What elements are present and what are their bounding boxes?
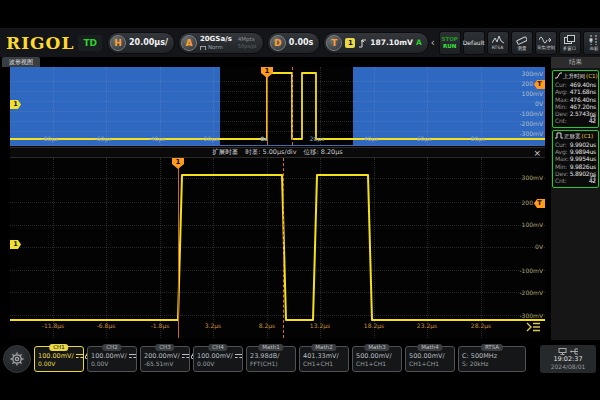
voltage-label: -100mV [519, 268, 543, 274]
dc-coupling-icon [182, 354, 189, 359]
channel-box-ch4[interactable]: CH4100.00mV/0.00V [193, 346, 243, 372]
measurement-stat-label: Min: [555, 163, 567, 170]
measurement-stat-value: 9.9902us [570, 141, 596, 148]
ch1-trace-zoom [10, 158, 545, 338]
channel-box-ch1[interactable]: CH1100.00mV/0.00V [34, 346, 84, 372]
zoom-window[interactable]: 1 1 T 300mV200100mV0V-100mV-200mV-300mV-… [10, 158, 545, 338]
delete-icon[interactable] [590, 167, 596, 186]
measurement-name: 上升时间 [563, 73, 585, 80]
voltage-label: -200mV [519, 290, 543, 296]
channel-name-badge: CH3 [155, 344, 174, 351]
acquire-control-label: 采集控制 [537, 45, 555, 50]
default-button[interactable]: Default [463, 31, 485, 55]
rtsa-button[interactable]: RTSA [487, 31, 509, 55]
measurement-card[interactable]: 上升时间(C1)Cur:469.40nsAvg:471.68nsMax:476.… [552, 70, 599, 128]
channel-status-bar: CH1100.00mV/0.00VCH2100.00mV/0.00VCH3200… [0, 342, 600, 376]
offset-value: 8.20μs [321, 148, 343, 156]
delete-icon[interactable] [590, 107, 596, 126]
channel-box-math2[interactable]: Math2401.33mV/CH1+CH1 [299, 346, 349, 372]
channel-scale: 23.98dB/ [250, 352, 292, 360]
spectrum-icon [492, 35, 504, 44]
measurement-card[interactable]: 正脉宽(C1)Cur:9.9902usAvg:9.9894usMax:9.995… [552, 130, 599, 188]
measurement-row: Cur:9.9902us [555, 141, 596, 148]
time-label: -1.8μs [151, 323, 170, 329]
channel-name-badge: Math3 [364, 344, 389, 351]
measurement-row: Avg:9.9894us [555, 148, 596, 155]
measurement-stat-label: Avg: [555, 88, 567, 95]
measurement-stat-value: 9.9894us [570, 148, 596, 155]
zoom-center-line [292, 67, 293, 145]
channel-scale-value: 100.00mV/ [91, 352, 127, 360]
channel-name-badge: Math2 [311, 344, 336, 351]
delay-key-icon[interactable]: D [270, 35, 286, 51]
channel-offset: S: 20kHz [462, 360, 522, 368]
time-label: -6.8μs [97, 323, 116, 329]
channel-scale-value: C: 500MHz [462, 352, 497, 360]
trigger-key-icon[interactable]: T [326, 35, 342, 51]
window-menu-icon[interactable] [526, 322, 541, 332]
time-label: 8.2μs [259, 323, 276, 329]
trigger-source-badge: 1 [345, 38, 355, 48]
dc-coupling-icon [235, 354, 242, 359]
channel-box-ch2[interactable]: CH2100.00mV/0.00V [87, 346, 137, 372]
channel-offset: CH1+CH1 [303, 360, 345, 368]
measure-button[interactable]: 测量 [511, 31, 533, 55]
voltage-label: -200mV [519, 121, 543, 127]
stop-run-button[interactable]: STOP RUN [439, 31, 461, 55]
voltage-label: 300mV [522, 175, 543, 181]
channel-box-math3[interactable]: Math3500.00mV/CH1+CH1 [352, 346, 402, 372]
channel-offset: 0.00V [38, 360, 80, 368]
measurement-stat-label: Max: [555, 96, 569, 103]
channel-box-math1[interactable]: Math123.98dB/FFT(CH1) [246, 346, 296, 372]
measurement-stat-label: Cnt: [555, 177, 567, 184]
time-label: -40μs [149, 136, 166, 142]
oscilloscope-screen: RIGOL TD H 20.00μs/ A 20GSa/s Norm 4Mpts… [0, 0, 600, 400]
multi-window-label: 多窗口 [563, 46, 577, 51]
pulse-width-icon [555, 132, 563, 141]
channel-box-ch3[interactable]: CH3200.00mV/-65.51mV [140, 346, 190, 372]
voltage-label: 200 [522, 81, 533, 87]
cursor-button[interactable]: 光标 [583, 31, 600, 55]
time-label: 80μs [471, 136, 486, 142]
horizontal-control[interactable]: H 20.00μs/ [107, 32, 175, 54]
trigger-slope-icon [358, 38, 367, 48]
channel-scale: C: 500MHz [462, 352, 522, 360]
settings-button[interactable] [3, 345, 31, 373]
channel-offset: FFT(CH1) [250, 360, 292, 368]
expanded-timebase-title: 扩展时基 [212, 148, 238, 157]
measurement-stat-label: Min: [555, 103, 567, 110]
measurement-stat-label: Cnt: [555, 117, 567, 124]
voltage-label: -300mV [519, 131, 543, 137]
trigger-control[interactable]: T 1 187.10mV A [323, 32, 428, 54]
acquire-control-group[interactable]: A 20GSa/s Norm 4Mpts 50ps/pt [178, 32, 264, 54]
time-label: -11.8μs [42, 323, 64, 329]
ruler-icon [516, 35, 527, 45]
system-clock: 19:02:37 2024/08/01 [540, 345, 596, 373]
voltage-label: 0V [535, 244, 543, 250]
toolbar-scroll-left[interactable]: ‹ [431, 37, 435, 48]
horizontal-scale: 20.00μs/ [129, 38, 168, 47]
time-label: 23.2μs [417, 323, 437, 329]
measurement-stat-value: 9.9954us [570, 155, 596, 162]
channel-offset: 0.00V [91, 360, 133, 368]
delay-control[interactable]: D 0.00s [267, 32, 321, 54]
acquire-mode: Norm [208, 43, 223, 51]
acquire-control-button[interactable]: 采集控制 [535, 31, 557, 55]
square-wave-icon [200, 46, 206, 50]
channel-name-badge: CH1 [49, 344, 68, 351]
multi-window-button[interactable]: 多窗口 [559, 31, 581, 55]
measurement-name: 正脉宽 [564, 133, 581, 140]
lan-icon [558, 348, 567, 355]
cursor-label: 光标 [589, 46, 598, 51]
measurement-row: Max:476.40ns [555, 96, 596, 103]
main-timebase-window[interactable]: 1 1 T 300mV200100mV0V-100mV-200mV-300mV-… [10, 67, 545, 146]
channel-scale-value: 100.00mV/ [197, 352, 233, 360]
horizontal-key-icon[interactable]: H [110, 35, 126, 51]
acquire-key-icon[interactable]: A [181, 35, 197, 51]
channel-box-rtsa[interactable]: RTSAC: 500MHzS: 20kHz [458, 346, 526, 372]
rise-time-icon [555, 72, 562, 81]
measurement-source: (C1) [582, 133, 594, 140]
waveform-view-tab[interactable]: 波形视图 [2, 57, 40, 67]
channel-box-math4[interactable]: Math4500.00mV/CH1+CH1 [405, 346, 455, 372]
sample-rate: 20GSa/s [200, 35, 232, 43]
